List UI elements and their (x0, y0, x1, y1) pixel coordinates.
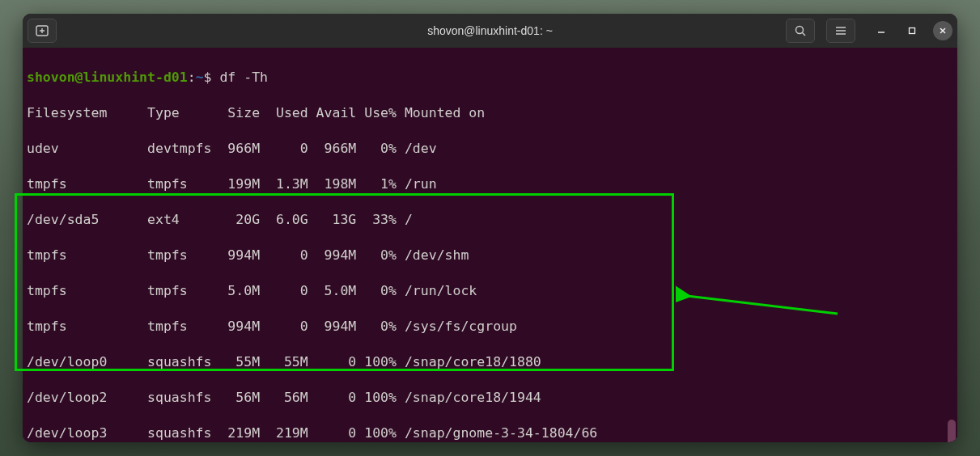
hamburger-icon (835, 26, 846, 36)
df-row: /dev/loop2 squashfs 56M 56M 0 100% /snap… (27, 389, 953, 407)
command-text: df -Th (219, 70, 268, 85)
new-tab-icon (36, 25, 49, 36)
df-header: Filesystem Type Size Used Avail Use% Mou… (27, 104, 953, 122)
df-row: tmpfs tmpfs 994M 0 994M 0% /sys/fs/cgrou… (27, 318, 953, 336)
close-button[interactable] (933, 21, 952, 40)
prompt-user: shovon@linuxhint-d01 (27, 70, 188, 85)
df-row: tmpfs tmpfs 5.0M 0 5.0M 0% /run/lock (27, 282, 953, 300)
minimize-button[interactable] (872, 21, 891, 40)
maximize-button[interactable] (902, 21, 922, 40)
menu-button[interactable] (826, 19, 855, 43)
svg-rect-9 (910, 28, 915, 34)
window-title: shovon@linuxhint-d01: ~ (427, 24, 553, 37)
df-row: tmpfs tmpfs 994M 0 994M 0% /dev/shm (27, 247, 953, 264)
prompt-sep: : (188, 70, 196, 85)
svg-line-4 (802, 32, 805, 36)
scrollbar-thumb[interactable] (948, 420, 956, 442)
titlebar: shovon@linuxhint-d01: ~ (23, 14, 957, 48)
prompt-dollar: $ (204, 70, 212, 85)
search-button[interactable] (786, 19, 815, 43)
new-tab-button[interactable] (28, 19, 57, 43)
terminal-window: shovon@linuxhint-d01: ~ (23, 14, 957, 442)
df-row: tmpfs tmpfs 199M 1.3M 198M 1% /run (27, 175, 953, 193)
prompt-path: ~ (196, 70, 204, 85)
terminal-output[interactable]: shovon@linuxhint-d01:~$ df -Th Filesyste… (23, 48, 957, 442)
df-row: udev devtmpfs 966M 0 966M 0% /dev (27, 140, 953, 158)
df-row: /dev/loop3 squashfs 219M 219M 0 100% /sn… (27, 424, 953, 442)
df-row: /dev/sda5 ext4 20G 6.0G 13G 33% / (27, 211, 953, 229)
minimize-icon (877, 27, 885, 35)
search-icon (795, 25, 807, 37)
maximize-icon (908, 27, 916, 35)
close-icon (939, 27, 947, 35)
df-row: /dev/loop0 squashfs 55M 55M 0 100% /snap… (27, 353, 953, 371)
svg-point-3 (795, 26, 803, 33)
